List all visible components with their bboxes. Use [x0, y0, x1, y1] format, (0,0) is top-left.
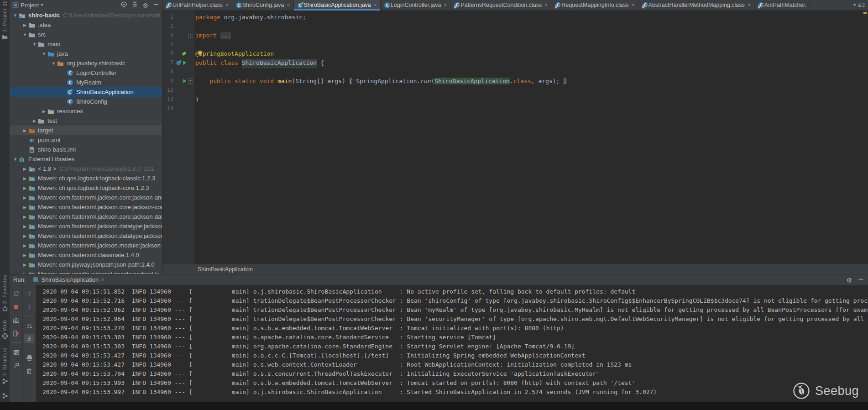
hide-button[interactable]	[858, 276, 864, 283]
hide-button[interactable]	[152, 1, 159, 8]
tree-item-maven-ch-qos-logback-logback-core-1-2-3[interactable]: ▶Maven: ch.qos.logback:logback-core:1.2.…	[10, 183, 162, 193]
structure-grid-icon[interactable]	[2, 393, 8, 399]
run-triangle-icon[interactable]	[182, 60, 187, 65]
tree-item-maven-ch-qos-logback-logback-classic-1-2-3[interactable]: ▶Maven: ch.qos.logback:logback-classic:1…	[10, 173, 162, 183]
tree-toggle-icon[interactable]: ▼	[12, 157, 18, 162]
tree-item-shiroconfig[interactable]: CShiroConfig	[10, 97, 162, 106]
editor-tab-requestmappinginfo-class[interactable]: CRequestMappingInfo.class×	[551, 0, 638, 10]
camera-button[interactable]	[11, 315, 21, 325]
editor-tab-patternsrequestcondition-class[interactable]: CPatternsRequestCondition.class×	[450, 0, 551, 10]
close-icon[interactable]: ×	[544, 2, 548, 8]
locate-button[interactable]	[120, 1, 127, 8]
tree-item-java[interactable]: ▼java	[10, 49, 162, 58]
editor-tab-logincontroller-java[interactable]: CLoginController.java×	[381, 0, 451, 10]
close-icon[interactable]: ×	[748, 2, 751, 8]
tree-toggle-icon[interactable]: ▶	[22, 234, 28, 238]
stripe-button-1-project[interactable]: 1: Project	[0, 9, 10, 40]
exit-button[interactable]	[11, 329, 21, 338]
tree-item-maven-com-jayway-jsonpath-json-path-2-4-0[interactable]: ▶Maven: com.jayway.jsonpath:json-path:2.…	[10, 260, 162, 269]
tree-item-maven-com-fasterxml-jackson-core-jackson-cor[interactable]: ▶Maven: com.fasterxml.jackson.core:jacks…	[10, 202, 162, 212]
tree-toggle-icon[interactable]: ▶	[22, 224, 28, 229]
tree-item--1-8-[interactable]: ▶< 1.8 >C:\Program Files\Java\jdk1.8.0_1…	[10, 164, 162, 173]
tree-item-maven-com-fasterxml-jackson-module-jackson-[interactable]: ▶Maven: com.fasterxml.jackson.module:jac…	[10, 241, 162, 250]
up-button[interactable]	[24, 289, 34, 298]
stop-button[interactable]	[11, 302, 21, 311]
tree-item-pom-xml[interactable]: mpom.xml	[10, 135, 162, 145]
tree-item-target[interactable]: ▶target	[10, 126, 162, 135]
tree-toggle-icon[interactable]: ▼	[31, 42, 37, 47]
close-icon[interactable]: ×	[632, 2, 635, 8]
close-icon[interactable]: ×	[444, 2, 447, 8]
editor-tab-urlpathhelper-class[interactable]: CUrlPathHelper.class×	[162, 0, 232, 10]
editor-tab-shirobasicapplication-java[interactable]: CShiroBasicApplication.java×	[294, 0, 381, 10]
tree-item-shiro-basic-iml[interactable]: shiro-basic.iml	[10, 145, 162, 154]
tree-item-maven-com-vaadin-external-google-android-js[interactable]: ▶Maven: com.vaadin.external.google:andro…	[10, 269, 162, 274]
close-icon[interactable]: ×	[374, 2, 377, 8]
tree-toggle-icon[interactable]: ▶	[22, 128, 28, 133]
settings-button[interactable]: ⚙	[142, 2, 148, 9]
intention-bulb-icon[interactable]	[197, 50, 203, 56]
tree-toggle-icon[interactable]: ▶	[22, 215, 28, 219]
leaf-icon[interactable]	[181, 51, 187, 57]
tree-item-main[interactable]: ▼main	[10, 39, 162, 49]
tree-item-resources[interactable]: ▶resources	[10, 106, 162, 116]
close-icon[interactable]: ×	[101, 277, 104, 283]
tree-item-maven-com-fasterxml-jackson-core-jackson-dat[interactable]: ▶Maven: com.fasterxml.jackson.core:jacks…	[10, 212, 162, 221]
tree-item-shirobasicapplication[interactable]: CShiroBasicApplication	[10, 87, 162, 97]
editor-tab-antpathmatcher-[interactable]: CAntPathMatcher.	[754, 0, 810, 10]
tree-item-maven-com-fasterxml-jackson-datatype-jackson[interactable]: ▶Maven: com.fasterxml.jackson.datatype:j…	[10, 231, 162, 241]
print-button[interactable]	[24, 353, 34, 362]
tree-toggle-icon[interactable]: ▶	[22, 243, 28, 248]
tree-toggle-icon[interactable]: ▶	[41, 109, 47, 114]
error-stripe-mark[interactable]	[863, 12, 867, 14]
stripe-button-web[interactable]: Web	[0, 320, 10, 339]
tree-toggle-icon[interactable]: ▶	[22, 205, 28, 210]
tree-toggle-icon[interactable]: ▶	[22, 263, 28, 267]
settings-button[interactable]: ⚙	[846, 277, 852, 284]
close-icon[interactable]: ×	[287, 2, 290, 8]
softwrap-button[interactable]	[24, 321, 34, 330]
tree-toggle-icon[interactable]: ▶	[22, 253, 28, 258]
fold-toggle-icon[interactable]: +	[188, 79, 193, 84]
window-grid-icon[interactable]	[2, 1, 8, 6]
breadcrumb-class[interactable]: ShiroBasicApplication	[198, 266, 253, 273]
trash-button[interactable]	[24, 366, 34, 375]
tree-item-logincontroller[interactable]: CLoginController	[10, 68, 162, 78]
tree-item-src[interactable]: ▼src	[10, 30, 162, 39]
console-output[interactable]: 2020-09-04 09:15:51.852 INFO 134960 --- …	[36, 285, 868, 402]
editor-tab-shiroconfig-java[interactable]: CShiroConfig.java×	[232, 0, 294, 10]
hidden-tabs-dropdown[interactable]: ▼≣2	[849, 0, 868, 10]
editor-tab-abstracthandlermethodmapping-class[interactable]: CAbstractHandlerMethodMapping.class×	[638, 0, 754, 10]
fold-toggle-icon[interactable]: +	[188, 33, 193, 38]
tree-item--idea[interactable]: ▶.idea	[10, 20, 162, 30]
tree-toggle-icon[interactable]: ▶	[22, 23, 28, 27]
tree-toggle-icon[interactable]: ▼	[22, 32, 28, 37]
scroll-end-button[interactable]	[24, 334, 34, 343]
tree-item-maven-com-fasterxml-jackson-core-jackson-ann[interactable]: ▶Maven: com.fasterxml.jackson.core:jacks…	[10, 193, 162, 202]
pin-button[interactable]	[11, 361, 21, 370]
stripe-button-7-structure[interactable]: 7: Structure	[0, 347, 10, 384]
tree-item-test[interactable]: ▶test	[10, 116, 162, 126]
collapse-all-button[interactable]	[131, 1, 138, 8]
down-button[interactable]	[24, 302, 34, 311]
tree-toggle-icon[interactable]: ▶	[22, 195, 28, 200]
project-view-icon[interactable]	[12, 2, 19, 8]
stripe-button-2-favorites[interactable]: 2: Favorites	[0, 275, 10, 312]
rerun-button[interactable]	[11, 289, 21, 298]
tree-toggle-icon[interactable]: ▶	[22, 186, 28, 190]
tree-toggle-icon[interactable]: ▶	[31, 119, 37, 123]
tree-toggle-icon[interactable]: ▶	[22, 167, 28, 171]
run-tab[interactable]: ShiroBasicApplication ×	[30, 274, 107, 285]
run-triangle-icon[interactable]	[182, 79, 187, 84]
tree-item-maven-com-fasterxml-classmate-1-4-0[interactable]: ▶Maven: com.fasterxml:classmate:1.4.0	[10, 250, 162, 260]
tree-item-myrealm[interactable]: CMyRealm	[10, 78, 162, 87]
tree-item-org-javaboy-shirobasic[interactable]: ▼org.javaboy.shirobasic	[10, 58, 162, 68]
tree-toggle-icon[interactable]: ▶	[22, 176, 28, 181]
tree-toggle-icon[interactable]: ▼	[51, 61, 57, 66]
tree-toggle-icon[interactable]: ▼	[41, 52, 47, 56]
tree-toggle-icon[interactable]: ▼	[12, 13, 18, 18]
tree-item-external-libraries[interactable]: ▼External Libraries	[10, 154, 162, 164]
layout-button[interactable]	[11, 347, 21, 357]
code-editor[interactable]: 1package org.javaboy.shirobasic;23+impor…	[162, 11, 868, 264]
bean-icon[interactable]	[176, 60, 182, 66]
